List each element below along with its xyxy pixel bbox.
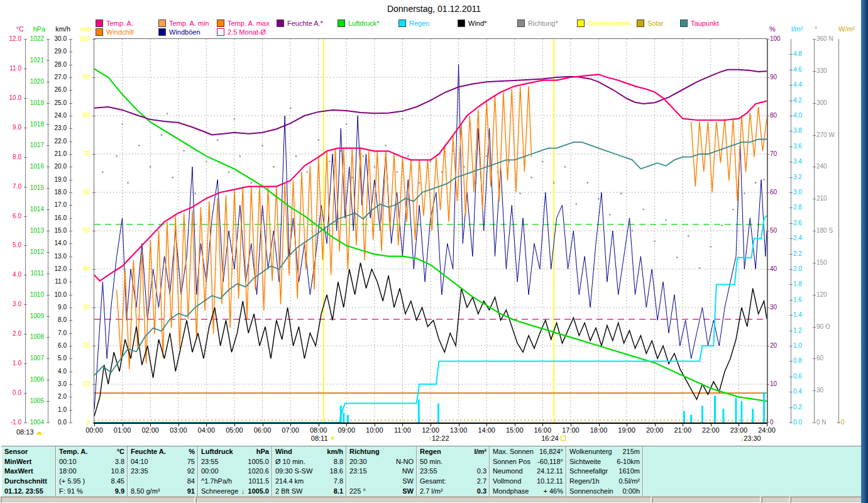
legend-label: Temp. A. min — [169, 19, 209, 27]
table-row: 214.4 km7.8 — [272, 476, 346, 486]
direction-dot — [167, 113, 168, 114]
axis-tick-label: 22.0 — [44, 138, 67, 145]
direction-dot — [586, 182, 588, 184]
axis-tick-label: 1009 — [21, 313, 44, 319]
axis-tick — [69, 218, 72, 219]
marker-12:22: ↑12:22 — [428, 434, 449, 442]
axis-tick — [789, 116, 793, 116]
x-axis-label: 24:00 — [753, 426, 781, 434]
legend-item-sonnenschein[interactable]: Sonnenschein — [577, 19, 632, 27]
axis-tick-label: 3.2 — [793, 174, 816, 180]
axis-tick — [789, 70, 793, 70]
axis-tick-label: 12.0 — [0, 36, 21, 42]
axis-tick-label: 60 — [67, 189, 90, 196]
cell-value: 0.5l/m² — [618, 477, 640, 485]
sonnenschein-swatch-icon — [577, 19, 585, 27]
legend-item-windchill[interactable]: Windchill — [96, 28, 134, 36]
cell-label: Feuchte A. — [131, 448, 166, 455]
axis-tick — [789, 269, 793, 270]
legend-item-windboeen[interactable]: Windböen — [158, 28, 201, 36]
axis-tick — [789, 407, 793, 408]
direction-dot — [290, 108, 292, 109]
x-axis-tick — [290, 424, 291, 426]
direction-dot — [553, 182, 555, 184]
direction-dot — [396, 171, 398, 173]
cell-label: Regen — [420, 448, 441, 455]
axis-tick-label: 4.6 — [793, 67, 816, 73]
chart-canvas[interactable] — [94, 39, 767, 423]
axis-tick-label: 20 — [67, 343, 90, 349]
legend-item-regen[interactable]: Regen — [398, 19, 429, 27]
table-row: Vollmond10.12.11 — [490, 476, 566, 486]
axis-header-kmh: km/h — [49, 25, 70, 33]
axis-tick — [69, 320, 72, 321]
legend-item-richtung[interactable]: Richtung* — [517, 19, 558, 27]
table-column-richtung: Richtung20:30N-NO23:15NWSW225 °SW — [346, 446, 417, 496]
x-axis-tick — [123, 424, 123, 426]
axis-tick — [69, 358, 72, 359]
rain-rate-bar — [752, 409, 754, 423]
table-column-wind: Windkm/hØ 10 min.8.809:30 S-SW18.6214.4 … — [272, 446, 346, 496]
axis-tick — [69, 410, 72, 411]
legend-item-feuchte-a[interactable]: Feuchte A.* — [277, 19, 323, 27]
table-row: 20:30N-NO — [346, 456, 417, 467]
x-axis-tick — [542, 424, 543, 426]
x-axis-tick — [739, 424, 739, 426]
legend-item-temp-a[interactable]: Temp. A. — [96, 19, 133, 27]
axis-tick-label: 1015 — [21, 185, 44, 191]
cell-value: 84 — [187, 477, 195, 485]
axis-tick-label: 120 — [816, 292, 839, 298]
axis-tick-label: 23.0 — [44, 125, 67, 131]
cell-value: °C — [117, 448, 124, 455]
table-row: (+ 5.95 )8.45 — [56, 476, 128, 486]
axis-tick — [789, 223, 793, 224]
cell-value: SW — [402, 487, 414, 495]
legend-item-solar[interactable]: Solar — [637, 19, 664, 27]
legend-item-temp-a-min[interactable]: Temp. A. min — [158, 19, 209, 27]
table-row — [643, 456, 857, 467]
axis-tick-label: 7.0 — [0, 184, 21, 190]
cell-value: N-NO — [396, 458, 414, 465]
cell-value: 8.45 — [111, 477, 124, 485]
axis-tick-label: 0.6 — [793, 373, 816, 380]
x-axis-label: 02:00 — [136, 426, 164, 434]
legend-item-taupunkt[interactable]: Taupunkt — [680, 19, 719, 27]
table-column-astro: Max. Sonnen16,824°Sonnen Pos-60,118°Neum… — [489, 446, 566, 496]
rain-rate-bar — [418, 399, 420, 423]
axis-tick — [24, 363, 27, 364]
legend-label: Wind* — [468, 19, 486, 27]
axis-tick-label: 180 S — [816, 228, 839, 234]
table-column-luftdruck: LuftdruckhPa23:551005.000:001020.6^1.7hP… — [197, 446, 272, 496]
cell-label: 2.7 l/m² — [420, 487, 443, 495]
axis-tick — [813, 167, 816, 167]
cell-label: Luftdruck — [201, 448, 233, 455]
rain-rate-bar — [437, 404, 439, 423]
legend-item-monatavg[interactable]: 2.5 Monat-Ø — [217, 28, 266, 36]
x-axis-label: 09:00 — [332, 426, 360, 434]
cell-label: Sensor — [4, 448, 28, 455]
legend-item-wind[interactable]: Wind* — [458, 19, 486, 27]
axis-tick — [47, 274, 50, 274]
direction-dot — [744, 192, 745, 194]
legend-label: Luftdruck* — [348, 19, 380, 27]
x-axis-label: 03:00 — [165, 426, 192, 434]
axis-tick — [24, 393, 27, 394]
cell-label: 23:55 — [420, 467, 437, 475]
x-axis-label: 18:00 — [585, 426, 613, 434]
rain-rate-bar — [714, 395, 716, 423]
axis-tick-label: 90 — [770, 74, 793, 80]
cell-value: hPa — [256, 448, 269, 455]
x-axis-tick — [486, 424, 487, 426]
axis-tick-label: 1014 — [21, 206, 44, 213]
cell-label: 09:30 S-SW — [275, 467, 312, 475]
axis-header-deg: ° — [815, 25, 827, 33]
axis-tick — [789, 101, 793, 101]
legend-item-temp-a-max[interactable]: Temp. A. max — [217, 19, 270, 27]
axis-tick — [24, 157, 27, 158]
axis-tick — [789, 162, 793, 162]
legend-item-luftdruck[interactable]: Luftdruck* — [338, 19, 380, 27]
cell-label: 01.12. 23:55 — [4, 487, 43, 495]
axis-tick-label: 4.8 — [793, 51, 816, 57]
axis-tick-label: 1005 — [21, 398, 44, 404]
axis-tick-label: 1013 — [21, 228, 44, 234]
